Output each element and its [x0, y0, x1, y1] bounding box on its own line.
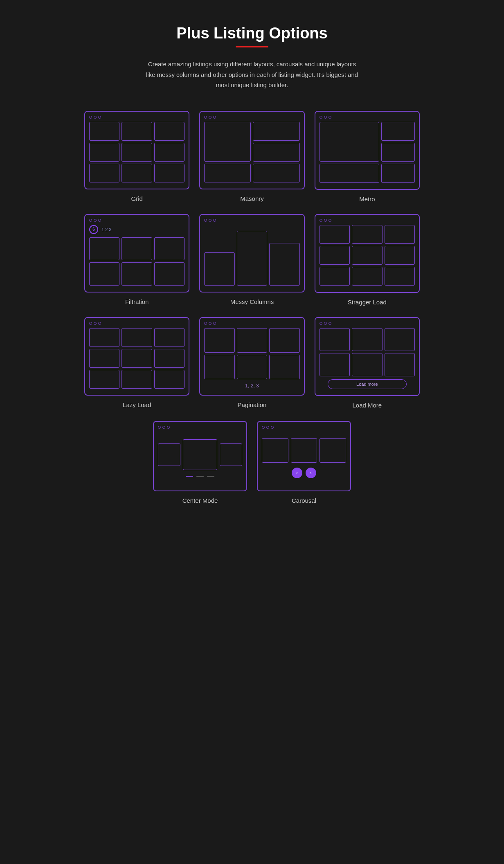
card-metro-label: Metro	[359, 196, 375, 202]
mockup-filtration: 6 1 2 3	[84, 214, 189, 293]
card-lazyload: Lazy Load	[84, 317, 189, 409]
card-grid-label: Grid	[131, 195, 142, 202]
mockup-centermode	[153, 421, 247, 492]
filter-nums: 1 2 3	[101, 227, 111, 232]
card-filtration: 6 1 2 3 Filtration	[84, 214, 189, 306]
next-arrow-button[interactable]: ›	[306, 468, 316, 478]
mockup-stragger	[315, 214, 420, 293]
card-pagination-label: Pagination	[238, 401, 267, 408]
card-masonry: Masonry	[199, 111, 304, 202]
mockup-masonry	[199, 111, 304, 190]
card-carousal: ‹ › Carousal	[257, 421, 351, 504]
card-filtration-label: Filtration	[125, 298, 149, 305]
mockup-pagination: 1, 2, 3	[199, 317, 304, 396]
mockup-loadmore: Load more	[315, 317, 420, 396]
bottom-cards-row: Center Mode ‹ ›	[84, 421, 420, 504]
mockup-grid	[84, 111, 189, 190]
card-masonry-label: Masonry	[240, 195, 264, 202]
card-messy: Messy Columns	[199, 214, 304, 306]
carousal-cell-2	[291, 438, 317, 463]
mockup-carousal: ‹ ›	[257, 421, 351, 492]
center-cell-left	[158, 443, 180, 466]
card-centermode: Center Mode	[153, 421, 247, 504]
title-underline	[236, 46, 268, 47]
carousal-navigation: ‹ ›	[262, 468, 346, 478]
page-wrapper: Plus Listing Options Create amazing list…	[84, 25, 420, 504]
mockup-metro	[315, 111, 420, 190]
card-lazyload-label: Lazy Load	[123, 401, 151, 408]
carousal-cell-3	[320, 438, 346, 463]
center-cell-main	[183, 439, 218, 470]
page-title: Plus Listing Options	[176, 25, 327, 42]
mockup-lazyload	[84, 317, 189, 396]
card-stragger: Stragger Load	[315, 214, 420, 306]
load-more-button[interactable]: Load more	[328, 379, 407, 389]
card-carousal-label: Carousal	[292, 497, 316, 504]
card-stragger-label: Stragger Load	[348, 299, 387, 306]
page-description: Create amazing listings using different …	[146, 59, 358, 90]
mockup-messy	[199, 214, 304, 293]
pagination-nums: 1, 2, 3	[204, 381, 299, 389]
carousal-cell-1	[262, 438, 288, 463]
card-messy-label: Messy Columns	[230, 298, 274, 305]
filter-circle: 6	[89, 225, 98, 234]
prev-arrow-button[interactable]: ‹	[292, 468, 302, 478]
card-metro: Metro	[315, 111, 420, 202]
center-cell-right	[220, 443, 242, 466]
center-nav-dots	[158, 476, 242, 477]
card-centermode-label: Center Mode	[182, 497, 218, 504]
card-loadmore-label: Load More	[352, 402, 382, 409]
cards-grid: Grid Masonry	[84, 111, 420, 409]
card-loadmore: Load more Load More	[315, 317, 420, 409]
card-grid: Grid	[84, 111, 189, 202]
card-pagination: 1, 2, 3 Pagination	[199, 317, 304, 409]
